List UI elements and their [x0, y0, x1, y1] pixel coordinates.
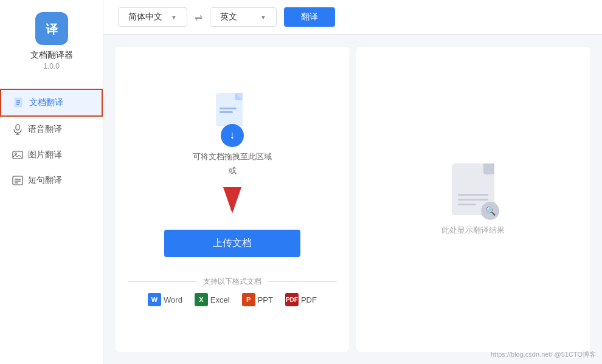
app-version: 1.0.0 [43, 62, 60, 70]
target-lang-select[interactable]: 英文 ▼ [210, 7, 277, 27]
svg-point-10 [15, 153, 17, 155]
excel-label: Excel [210, 295, 230, 304]
source-lang-chevron: ▼ [171, 14, 177, 21]
nav-items: 文档翻译 语音翻译 图片翻译 [0, 89, 103, 193]
red-arrow-icon [214, 187, 251, 218]
app-logo: 译 [35, 12, 68, 45]
svg-text:译: 译 [46, 22, 58, 36]
source-lang-select[interactable]: 简体中文 ▼ [118, 7, 187, 27]
format-divider: 支持以下格式文档 [128, 276, 337, 287]
sidebar-item-doc-translate[interactable]: 文档翻译 [0, 89, 103, 117]
drop-text: 可将文档拖拽至此区域 或 [193, 149, 272, 178]
swap-lang-button[interactable]: ⇌ [195, 12, 202, 23]
sidebar: 译 文档翻译器 1.0.0 文档翻译 语音翻译 [0, 0, 103, 364]
search-badge: 🔍 [481, 202, 499, 220]
file-icon-wrapper: ↓ [208, 88, 257, 142]
main-content: 简体中文 ▼ ⇌ 英文 ▼ 翻译 [103, 0, 602, 364]
svg-rect-18 [220, 108, 237, 109]
excel-icon: X [195, 293, 208, 306]
format-item-pdf: PDF PDF [285, 293, 317, 306]
target-lang-label: 英文 [220, 12, 237, 22]
format-icons: W Word X Excel P PPT PDF [148, 293, 317, 306]
upload-button[interactable]: 上传文档 [164, 230, 300, 257]
mic-icon [12, 124, 23, 135]
sidebar-item-doc-translate-label: 文档翻译 [29, 97, 63, 108]
word-label: Word [164, 295, 182, 304]
image-icon [12, 149, 23, 160]
format-label: 支持以下格式文档 [203, 276, 261, 287]
word-icon: W [148, 293, 161, 306]
drop-text-line2: 或 [229, 166, 237, 175]
svg-rect-11 [13, 176, 22, 185]
text-icon [12, 175, 23, 186]
ppt-icon: P [242, 293, 255, 306]
source-lang-label: 简体中文 [128, 12, 162, 22]
svg-rect-19 [220, 111, 233, 113]
sidebar-item-image-translate-label: 图片翻译 [28, 149, 62, 160]
drop-text-line1: 可将文档拖拽至此区域 [193, 152, 272, 161]
sidebar-item-image-translate[interactable]: 图片翻译 [0, 142, 103, 168]
logo-area: 译 文档翻译器 1.0.0 [30, 12, 73, 70]
svg-rect-6 [16, 125, 19, 130]
sidebar-item-voice-translate[interactable]: 语音翻译 [0, 117, 103, 142]
format-bar: 支持以下格式文档 W Word X Excel P [128, 269, 337, 311]
result-placeholder: 🔍 此处显示翻译结果 [441, 163, 505, 236]
result-placeholder-text: 此处显示翻译结果 [441, 225, 505, 236]
format-item-excel: X Excel [195, 293, 230, 306]
app-name: 文档翻译器 [30, 50, 73, 61]
result-line-3 [458, 204, 476, 205]
upload-panel: ↓ 可将文档拖拽至此区域 或 上传文档 [116, 47, 349, 352]
drop-area: ↓ 可将文档拖拽至此区域 或 上传文档 [164, 88, 300, 258]
sidebar-item-sentence-translate[interactable]: 短句翻译 [0, 168, 103, 193]
top-bar: 简体中文 ▼ ⇌ 英文 ▼ 翻译 [103, 0, 602, 35]
ppt-label: PPT [258, 295, 273, 304]
download-badge: ↓ [221, 124, 244, 147]
pdf-label: PDF [301, 295, 317, 304]
svg-rect-9 [13, 151, 22, 159]
work-area: ↓ 可将文档拖拽至此区域 或 上传文档 [103, 35, 602, 364]
target-lang-chevron: ▼ [260, 14, 266, 21]
result-panel: 🔍 此处显示翻译结果 [356, 47, 590, 352]
result-line-2 [458, 199, 488, 201]
document-icon [13, 97, 24, 108]
format-item-ppt: P PPT [242, 293, 273, 306]
sidebar-item-sentence-translate-label: 短句翻译 [28, 175, 62, 186]
translate-button[interactable]: 翻译 [284, 7, 335, 27]
sidebar-item-voice-translate-label: 语音翻译 [28, 124, 62, 135]
pdf-icon: PDF [285, 293, 299, 306]
watermark: https://blog.csdn.net/ @51CTO博客 [491, 350, 596, 359]
format-item-word: W Word [148, 293, 182, 306]
result-line-1 [458, 194, 488, 196]
result-doc-icon: 🔍 [452, 163, 494, 215]
